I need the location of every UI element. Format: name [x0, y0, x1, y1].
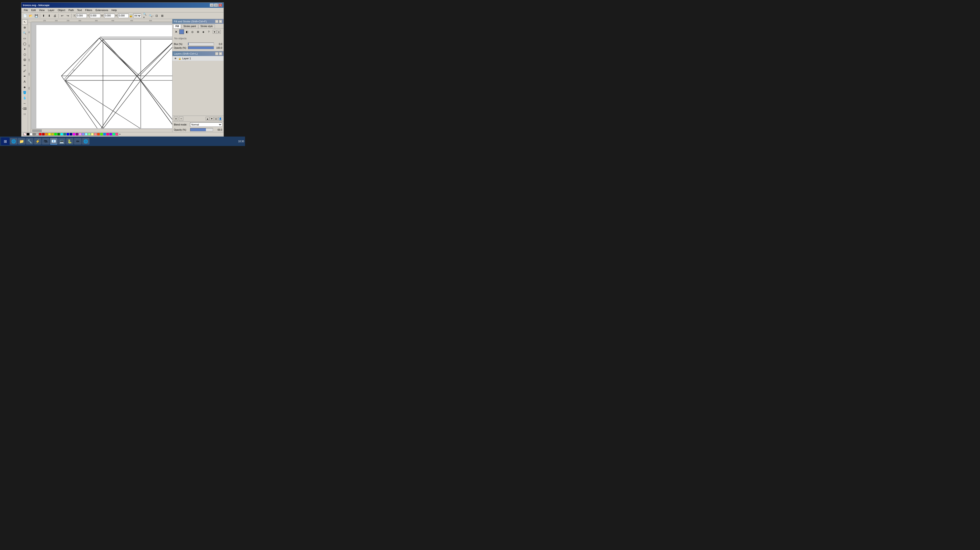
- minimize-button[interactable]: ─: [210, 3, 214, 7]
- color-orange[interactable]: [45, 133, 48, 136]
- fill-flat-btn[interactable]: [179, 29, 184, 34]
- color-darkblue[interactable]: [70, 133, 72, 136]
- menu-text[interactable]: Text: [76, 8, 83, 12]
- start-button[interactable]: ⊞: [1, 138, 10, 145]
- toolbar-print[interactable]: 🖨: [52, 13, 57, 18]
- color-white[interactable]: [30, 133, 32, 136]
- fill-unset-btn[interactable]: ?: [206, 29, 211, 34]
- toolbar-zoom-out[interactable]: 🔍-: [148, 13, 154, 18]
- tool-pencil[interactable]: ✏: [22, 63, 27, 68]
- taskbar-explorer[interactable]: 📁: [18, 138, 25, 144]
- layers-close[interactable]: ✕: [219, 52, 222, 55]
- taskbar-chrome[interactable]: 🌐: [82, 138, 89, 144]
- tool-rect[interactable]: ▭: [22, 36, 27, 41]
- blend-mode-select[interactable]: Normal Multiply Screen Overlay: [190, 122, 222, 127]
- y-input[interactable]: [90, 14, 100, 18]
- remove-layer-btn[interactable]: −: [179, 117, 183, 121]
- color-darkred[interactable]: [42, 133, 45, 136]
- tool-zoom[interactable]: 🔍: [22, 30, 27, 36]
- w-input[interactable]: [104, 14, 115, 18]
- tool-connector[interactable]: ↔: [22, 101, 27, 106]
- toolbar-new[interactable]: 📄: [22, 13, 27, 18]
- layer-lock-toggle[interactable]: 🔒: [178, 57, 181, 60]
- unit-select[interactable]: mm px pt in: [133, 14, 142, 18]
- fill-pattern-btn[interactable]: ⊞: [196, 29, 200, 34]
- color-gray[interactable]: [33, 133, 36, 136]
- tool-text[interactable]: A: [22, 79, 27, 84]
- menu-edit[interactable]: Edit: [30, 8, 37, 12]
- color-yellow[interactable]: [48, 133, 51, 136]
- color-magenta[interactable]: [73, 133, 75, 136]
- toolbar-import[interactable]: ⬆: [41, 13, 46, 18]
- color-darkgreen[interactable]: [57, 133, 60, 136]
- toolbar-zoom-select[interactable]: ⊞: [160, 13, 165, 18]
- x-input[interactable]: [76, 14, 87, 18]
- color-silver[interactable]: [36, 133, 39, 136]
- layer-visibility-toggle[interactable]: 👁: [174, 57, 177, 60]
- fill-heart2-btn[interactable]: ♦: [217, 30, 221, 34]
- toolbar-open[interactable]: 📂: [28, 13, 33, 18]
- layer-duplicate-btn[interactable]: ⊡: [214, 117, 218, 120]
- toolbar-export[interactable]: ⬇: [47, 13, 52, 18]
- fill-radial-btn[interactable]: ◎: [190, 29, 195, 34]
- color-black[interactable]: [27, 133, 29, 136]
- tool-dropper[interactable]: 💧: [22, 95, 27, 100]
- palette-scroll-left[interactable]: ◄: [22, 133, 23, 136]
- layer-up-btn[interactable]: ▲: [206, 117, 209, 120]
- layer-down-btn[interactable]: ▼: [210, 117, 214, 120]
- fill-none-btn[interactable]: ✕: [174, 29, 178, 34]
- toolbar-redo[interactable]: ↪: [65, 13, 70, 18]
- tab-fill[interactable]: Fill: [173, 24, 181, 28]
- lock-icon[interactable]: 🔒: [129, 14, 133, 17]
- no-fill-color[interactable]: [24, 133, 26, 136]
- taskbar-ie[interactable]: 🌐: [10, 138, 18, 144]
- taskbar-util[interactable]: 🔧: [26, 138, 33, 144]
- blur-slider[interactable]: [188, 43, 214, 46]
- menu-help[interactable]: Help: [110, 8, 118, 12]
- color-lightred[interactable]: [94, 133, 97, 136]
- tool-circle[interactable]: ◯: [22, 41, 27, 46]
- tool-star[interactable]: ✦: [22, 47, 27, 52]
- tab-stroke-paint[interactable]: Stroke paint: [181, 24, 198, 28]
- toolbar-zoom-fit[interactable]: ⊡: [154, 13, 159, 18]
- tool-3d-box[interactable]: ⬡: [22, 52, 27, 57]
- layer-person-btn[interactable]: 👤: [218, 117, 222, 120]
- tool-node[interactable]: ⊛: [22, 25, 27, 30]
- palette-scroll-right[interactable]: ►: [119, 133, 120, 136]
- color-skyblue[interactable]: [103, 133, 106, 136]
- taskbar-mail[interactable]: 📧: [50, 138, 57, 144]
- color-lightyellow[interactable]: [91, 133, 94, 136]
- color-lightblue[interactable]: [82, 133, 84, 136]
- color-lightcyan[interactable]: [85, 133, 88, 136]
- fill-swatch-btn[interactable]: ◈: [201, 29, 206, 34]
- add-layer-btn[interactable]: +: [174, 117, 178, 121]
- canvas-area[interactable]: 150 200 250 300 350 400 450 500 600 50 1…: [28, 19, 172, 132]
- fill-stroke-minimize[interactable]: ─: [215, 20, 218, 23]
- tool-calligraphy[interactable]: ✒: [22, 74, 27, 79]
- color-redorange[interactable]: [97, 133, 100, 136]
- fill-heart-btn[interactable]: ♥: [213, 30, 216, 34]
- color-blue[interactable]: [67, 133, 69, 136]
- menu-extensions[interactable]: Extensions: [94, 8, 110, 12]
- menu-view[interactable]: View: [38, 8, 46, 12]
- menu-object[interactable]: Object: [56, 8, 67, 12]
- tool-eraser[interactable]: ⌫: [22, 106, 27, 111]
- toolbar-zoom-in[interactable]: 🔍+: [143, 13, 148, 18]
- h-input[interactable]: [118, 14, 129, 18]
- color-cyan[interactable]: [60, 133, 63, 136]
- color-purple[interactable]: [76, 133, 78, 136]
- menu-path[interactable]: Path: [67, 8, 75, 12]
- toolbar-save[interactable]: 💾: [34, 13, 39, 18]
- tool-gradient[interactable]: ◈: [22, 84, 27, 90]
- canvas-inner[interactable]: [31, 22, 172, 128]
- color-violet[interactable]: [109, 133, 112, 136]
- taskbar-store[interactable]: 🛍: [42, 138, 49, 144]
- fill-stroke-close[interactable]: ✕: [219, 20, 222, 23]
- menu-filters[interactable]: Filters: [84, 8, 94, 12]
- color-red[interactable]: [39, 133, 42, 136]
- color-hotpink[interactable]: [106, 133, 109, 136]
- h-scrollbar[interactable]: [31, 129, 172, 132]
- color-green[interactable]: [54, 133, 57, 136]
- color-darkyellow[interactable]: [51, 133, 54, 136]
- layers-minimize[interactable]: ─: [215, 52, 218, 55]
